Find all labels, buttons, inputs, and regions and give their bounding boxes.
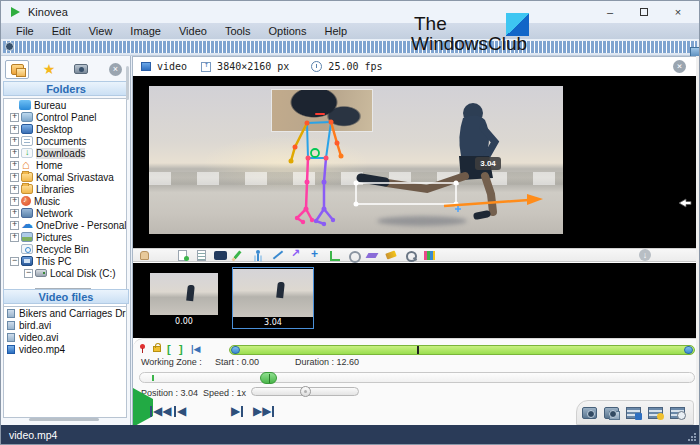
drawing-tool-icon[interactable] [138, 250, 151, 261]
expander-icon[interactable] [10, 197, 19, 206]
set-zone-end-icon[interactable]: ] [179, 344, 183, 354]
folder-tree-item[interactable]: Libraries [4, 183, 126, 195]
drawing-tool-icon[interactable] [290, 250, 303, 261]
snapshot-icon[interactable] [582, 407, 597, 419]
video-file-item[interactable]: video.avi [4, 331, 126, 343]
folder-item-icon [21, 196, 31, 206]
expander-icon[interactable] [10, 185, 19, 194]
expander-icon[interactable] [10, 161, 19, 170]
speed-slider[interactable] [251, 387, 359, 396]
expander-icon[interactable] [10, 137, 19, 146]
menu-item[interactable]: File [7, 25, 43, 37]
annotation-overlay[interactable] [133, 76, 696, 248]
go-to-end-button[interactable]: ▶▶ [253, 404, 275, 418]
toolbar-expand-icon[interactable]: ↓ [639, 249, 651, 261]
windowsclub-logo-icon [506, 13, 529, 36]
drawing-tool-icon[interactable] [157, 250, 170, 261]
expander-icon[interactable] [10, 257, 19, 266]
folder-tree-item[interactable]: Control Panel [4, 111, 126, 123]
tab-cameras[interactable] [69, 60, 93, 79]
folder-tree-item[interactable]: This PC [4, 255, 126, 267]
folder-item-label: This PC [36, 256, 72, 267]
drawing-tool-icon[interactable] [347, 250, 360, 261]
tracker-cursor[interactable] [260, 372, 277, 384]
time-overlay-badge[interactable]: 3.04 [475, 157, 501, 170]
frame-tracker[interactable] [139, 372, 695, 383]
menu-item[interactable]: Options [260, 25, 316, 37]
files-horizontal-scrollbar[interactable] [29, 418, 99, 421]
resize-icon[interactable] [201, 62, 211, 72]
expander-icon[interactable] [10, 113, 19, 122]
save-observational-icon[interactable] [670, 407, 685, 419]
keyframe-thumbnail[interactable]: 0.00 [150, 273, 218, 325]
dual-snapshot-icon[interactable] [604, 407, 619, 419]
drawing-tool-icon[interactable] [385, 250, 398, 261]
maximize-icon [640, 8, 648, 16]
minimize-button[interactable]: – [593, 1, 627, 23]
speed-slider-knob[interactable] [300, 386, 311, 397]
expander-icon[interactable] [10, 125, 19, 134]
drawing-tool-icon[interactable] [252, 250, 265, 261]
set-zone-start-icon[interactable]: [ [167, 344, 171, 354]
expander-icon[interactable] [10, 209, 19, 218]
close-button[interactable]: × [661, 1, 695, 23]
drawing-tool-icon[interactable] [214, 250, 227, 261]
video-file-item[interactable]: Bikers and Carriages Driving o [4, 307, 126, 319]
menu-item[interactable]: Video [170, 25, 216, 37]
previous-frame-button[interactable]: ◀ [173, 404, 186, 418]
video-file-item[interactable]: bird.avi [4, 319, 126, 331]
folder-tree-item[interactable]: Home [4, 159, 126, 171]
zone-start-handle[interactable] [231, 346, 240, 354]
video-viewport[interactable]: 3.04 [133, 76, 696, 248]
playhead-tick[interactable] [417, 346, 419, 354]
drawing-tool-icon[interactable] [233, 250, 246, 261]
menu-item[interactable]: View [80, 25, 122, 37]
menu-item[interactable]: Image [121, 25, 170, 37]
toolbar-icon[interactable] [18, 46, 20, 48]
lock-icon[interactable] [153, 346, 161, 352]
folder-tree-item[interactable]: Desktop [4, 123, 126, 135]
maximize-button[interactable] [627, 1, 661, 23]
drawing-tool-icon[interactable] [195, 250, 208, 261]
expander-icon[interactable] [10, 149, 19, 158]
zone-end-handle[interactable] [684, 346, 693, 354]
drawing-tool-icon[interactable] [309, 250, 322, 261]
expander-icon[interactable] [10, 221, 19, 230]
folder-tree-item[interactable]: Pictures [4, 231, 126, 243]
reset-zone-icon[interactable]: |◀ [191, 344, 200, 355]
tree-scrollbar[interactable] [126, 66, 129, 100]
menu-item[interactable]: Help [315, 25, 356, 37]
folder-tree-item[interactable]: Music [4, 195, 126, 207]
tab-shortcuts[interactable]: ★ [37, 60, 61, 79]
menu-item[interactable]: Tools [216, 25, 260, 37]
resize-grip[interactable] [688, 433, 696, 441]
expander-icon[interactable] [10, 233, 19, 242]
save-keyimages-icon[interactable] [648, 407, 663, 419]
drawing-tool-icon[interactable] [366, 250, 379, 261]
drawing-tool-icon[interactable] [271, 250, 284, 261]
keyframe-thumbnail-selected[interactable]: 3.04 [232, 267, 314, 329]
working-zone-bar[interactable] [229, 345, 695, 355]
folder-tree-item[interactable]: Komal Srivastava [4, 171, 126, 183]
video-file-item[interactable]: video.mp4 [4, 343, 126, 355]
drawing-tool-icon[interactable] [176, 250, 189, 261]
tab-folder-explorer[interactable] [5, 60, 29, 79]
folder-tree-item[interactable]: Local Disk (C:) [4, 267, 126, 279]
drawing-tool-icon[interactable] [404, 250, 417, 261]
folder-tree-item[interactable]: OneDrive - Personal [4, 219, 126, 231]
mouse-cursor-icon [678, 198, 692, 208]
sidebar-close-icon[interactable]: × [109, 63, 122, 76]
expander-icon[interactable] [10, 173, 19, 182]
folder-tree-item[interactable]: Bureau [4, 99, 126, 111]
expander-icon[interactable] [24, 269, 33, 278]
drawing-tool-icon[interactable] [328, 250, 341, 261]
next-frame-button[interactable]: ▶ [231, 404, 244, 418]
marker-pin-icon[interactable] [140, 344, 145, 349]
save-video-icon[interactable] [626, 407, 641, 419]
go-to-start-button[interactable]: ◀◀ [149, 404, 171, 418]
player-close-icon[interactable]: × [673, 60, 686, 73]
menu-item[interactable]: Edit [43, 25, 80, 37]
folder-tree-item[interactable]: Recycle Bin [4, 243, 126, 255]
drawing-tool-icon[interactable] [423, 250, 436, 261]
folder-tree-item[interactable]: Documents [4, 135, 126, 147]
